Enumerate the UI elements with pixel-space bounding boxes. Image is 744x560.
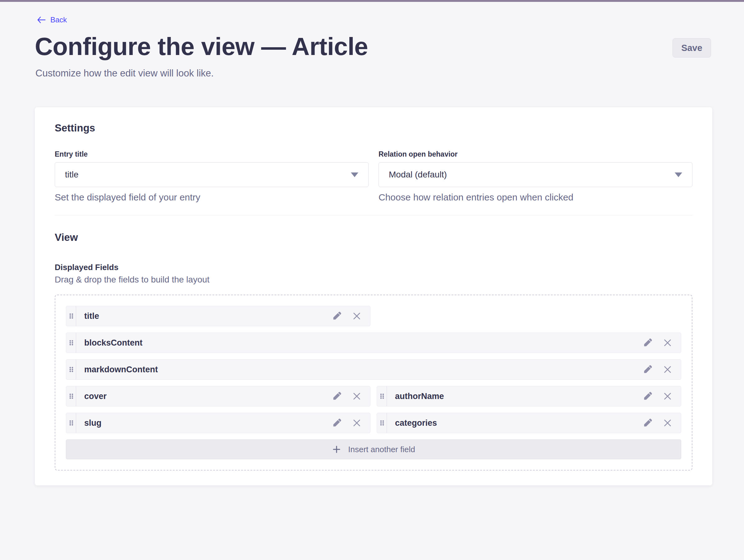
relation-open-behavior-group: Relation open behavior Modal (default) C… bbox=[378, 150, 693, 202]
view-heading: View bbox=[55, 231, 693, 243]
back-arrow-icon bbox=[37, 16, 46, 24]
insert-field-button[interactable]: Insert another field bbox=[66, 439, 681, 459]
relation-open-behavior-hint: Choose how relation entries open when cl… bbox=[378, 192, 693, 202]
drag-handle[interactable] bbox=[377, 386, 387, 406]
settings-heading: Settings bbox=[55, 122, 693, 134]
page-title: Configure the view — Article bbox=[35, 33, 368, 60]
insert-field-label: Insert another field bbox=[348, 445, 415, 454]
plus-icon bbox=[332, 445, 341, 454]
field-actions bbox=[332, 418, 370, 427]
six-dots-icon bbox=[68, 391, 74, 401]
x-icon bbox=[352, 311, 362, 321]
field-label: cover bbox=[76, 391, 332, 401]
pencil-icon bbox=[643, 391, 652, 401]
configure-view-card: Settings Entry title title Set the displ… bbox=[35, 107, 712, 485]
pencil-icon bbox=[643, 365, 652, 374]
settings-form-row: Entry title title Set the displayed fiel… bbox=[55, 150, 693, 202]
remove-field-button[interactable] bbox=[663, 338, 672, 347]
field-label: authorName bbox=[387, 391, 643, 401]
drag-handle[interactable] bbox=[66, 386, 76, 406]
remove-field-button[interactable] bbox=[663, 391, 672, 401]
pencil-icon bbox=[643, 418, 652, 427]
drag-handle[interactable] bbox=[66, 306, 76, 326]
six-dots-icon bbox=[379, 418, 385, 427]
six-dots-icon bbox=[68, 311, 74, 321]
field-label: title bbox=[76, 311, 332, 321]
entry-title-value: title bbox=[65, 170, 79, 180]
back-label: Back bbox=[50, 15, 67, 24]
six-dots-icon bbox=[68, 365, 74, 374]
field-row-title[interactable]: title bbox=[66, 306, 370, 326]
edit-field-button[interactable] bbox=[332, 391, 341, 401]
edit-field-button[interactable] bbox=[643, 418, 652, 427]
field-label: slug bbox=[76, 418, 332, 428]
six-dots-icon bbox=[379, 391, 385, 401]
field-row-cover[interactable]: cover bbox=[66, 386, 370, 407]
pencil-icon bbox=[332, 418, 341, 427]
field-actions bbox=[332, 391, 370, 401]
x-icon bbox=[352, 418, 362, 427]
field-row-authorName[interactable]: authorName bbox=[377, 386, 681, 407]
edit-field-button[interactable] bbox=[332, 311, 341, 321]
window-top-strip bbox=[0, 0, 744, 2]
drag-handle[interactable] bbox=[66, 333, 76, 353]
remove-field-button[interactable] bbox=[352, 418, 362, 427]
six-dots-icon bbox=[68, 338, 74, 347]
field-actions bbox=[332, 311, 370, 321]
fields-grid: title blocksContent bbox=[66, 306, 681, 459]
x-icon bbox=[663, 418, 672, 427]
field-row-blocksContent[interactable]: blocksContent bbox=[66, 333, 681, 353]
entry-title-hint: Set the displayed field of your entry bbox=[55, 192, 369, 202]
entry-title-select[interactable]: title bbox=[55, 162, 369, 187]
caret-down-icon bbox=[675, 173, 682, 177]
field-label: categories bbox=[387, 418, 643, 428]
remove-field-button[interactable] bbox=[352, 311, 362, 321]
field-actions bbox=[643, 391, 681, 401]
field-actions bbox=[643, 365, 681, 374]
pencil-icon bbox=[332, 311, 341, 321]
remove-field-button[interactable] bbox=[352, 391, 362, 401]
relation-open-behavior-value: Modal (default) bbox=[389, 170, 447, 180]
entry-title-label: Entry title bbox=[55, 150, 369, 158]
field-label: markdownContent bbox=[76, 365, 643, 374]
fields-dropzone: title blocksContent bbox=[55, 295, 693, 471]
pencil-icon bbox=[643, 338, 652, 347]
remove-field-button[interactable] bbox=[663, 418, 672, 427]
x-icon bbox=[663, 338, 672, 347]
save-button[interactable]: Save bbox=[672, 38, 711, 58]
field-label: blocksContent bbox=[76, 338, 643, 348]
drag-handle[interactable] bbox=[66, 360, 76, 379]
field-actions bbox=[643, 418, 681, 427]
edit-field-button[interactable] bbox=[643, 338, 652, 347]
relation-open-behavior-label: Relation open behavior bbox=[378, 150, 693, 158]
six-dots-icon bbox=[68, 418, 74, 427]
remove-field-button[interactable] bbox=[663, 365, 672, 374]
field-row-slug[interactable]: slug bbox=[66, 413, 370, 433]
section-divider bbox=[55, 215, 693, 215]
entry-title-group: Entry title title Set the displayed fiel… bbox=[55, 150, 369, 202]
edit-field-button[interactable] bbox=[332, 418, 341, 427]
x-icon bbox=[352, 391, 362, 401]
pencil-icon bbox=[332, 391, 341, 401]
displayed-fields-title: Displayed Fields bbox=[55, 263, 693, 272]
back-button[interactable]: Back bbox=[37, 15, 67, 24]
x-icon bbox=[663, 365, 672, 374]
edit-field-button[interactable] bbox=[643, 391, 652, 401]
caret-down-icon bbox=[351, 173, 358, 177]
displayed-fields-hint: Drag & drop the fields to build the layo… bbox=[55, 275, 693, 285]
field-row-categories[interactable]: categories bbox=[377, 413, 681, 433]
relation-open-behavior-select[interactable]: Modal (default) bbox=[378, 162, 693, 187]
drag-handle[interactable] bbox=[377, 413, 387, 433]
page-subtitle: Customize how the edit view will look li… bbox=[35, 68, 214, 79]
field-actions bbox=[643, 338, 681, 347]
drag-handle[interactable] bbox=[66, 413, 76, 433]
field-row-markdownContent[interactable]: markdownContent bbox=[66, 359, 681, 380]
x-icon bbox=[663, 391, 672, 401]
edit-field-button[interactable] bbox=[643, 365, 652, 374]
